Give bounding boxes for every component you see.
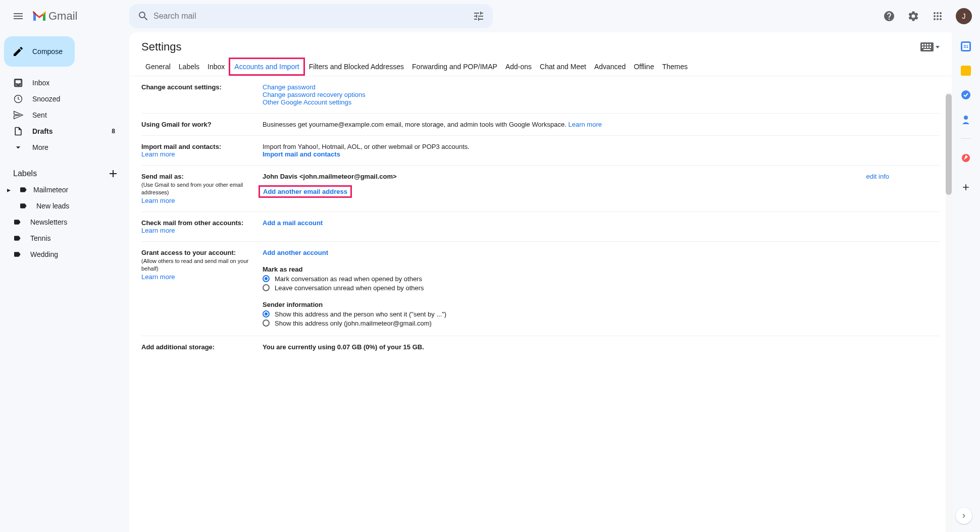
- radio-leave-unread[interactable]: Leave conversation unread when opened by…: [263, 284, 940, 292]
- main-menu-button[interactable]: [6, 4, 30, 28]
- collapse-side-panel-button[interactable]: [956, 508, 972, 524]
- add-addon-button[interactable]: [956, 177, 976, 197]
- sidebar-item-snoozed[interactable]: Snoozed: [0, 91, 129, 107]
- svg-rect-10: [923, 49, 931, 50]
- settings-content: Change account settings: Change password…: [129, 76, 952, 532]
- scrollbar-thumb[interactable]: [946, 94, 952, 195]
- svg-rect-7: [924, 46, 926, 48]
- tab-advanced[interactable]: Advanced: [590, 58, 630, 76]
- support-button[interactable]: [879, 6, 899, 26]
- search-input[interactable]: [153, 12, 469, 21]
- send-icon: [13, 110, 23, 120]
- nav-label: Drafts: [32, 127, 53, 135]
- svg-rect-2: [922, 44, 923, 45]
- link-edit-info[interactable]: edit info: [866, 173, 889, 180]
- tab-accounts-import[interactable]: Accounts and Import: [229, 58, 304, 76]
- tab-chat-meet[interactable]: Chat and Meet: [536, 58, 590, 76]
- gear-icon: [907, 10, 919, 22]
- input-tools-dropdown[interactable]: [920, 42, 940, 51]
- compose-label: Compose: [32, 47, 63, 56]
- sidebar-item-drafts[interactable]: Drafts 8: [0, 123, 129, 139]
- sidebar-item-sent[interactable]: Sent: [0, 107, 129, 123]
- tab-general[interactable]: General: [141, 58, 175, 76]
- label-wedding[interactable]: Wedding: [0, 246, 129, 262]
- row-title: Check mail from other accounts:: [141, 219, 257, 227]
- sidebar-item-inbox[interactable]: Inbox: [0, 75, 129, 91]
- radio-mark-read[interactable]: Mark conversation as read when opened by…: [263, 275, 940, 283]
- import-text: Import from Yahoo!, Hotmail, AOL, or oth…: [263, 143, 940, 150]
- label-tennis[interactable]: Tennis: [0, 230, 129, 246]
- settings-button[interactable]: [903, 6, 923, 26]
- link-add-another-account[interactable]: Add another account: [263, 249, 328, 256]
- nav-label: Inbox: [32, 79, 49, 87]
- search-bar[interactable]: [129, 4, 493, 28]
- svg-rect-8: [927, 46, 929, 48]
- row-subtitle: (Allow others to read and send mail on y…: [141, 257, 257, 273]
- link-other-settings[interactable]: Other Google Account settings: [263, 98, 351, 106]
- label-text: Mailmeteor: [33, 186, 68, 194]
- labels-title: Labels: [13, 169, 37, 178]
- row-title: Using Gmail for work?: [141, 121, 212, 128]
- row-subtitle: (Use Gmail to send from your other email…: [141, 181, 257, 197]
- keyboard-icon: [920, 42, 934, 51]
- row-check-mail: Check mail from other accounts: Learn mo…: [141, 212, 940, 242]
- draft-icon: [13, 126, 23, 136]
- label-text: Tennis: [30, 234, 50, 242]
- link-add-email-address[interactable]: Add another email address: [263, 188, 347, 195]
- link-add-mail-account[interactable]: Add a mail account: [263, 219, 323, 227]
- tab-labels[interactable]: Labels: [175, 58, 203, 76]
- contacts-app-icon[interactable]: [961, 114, 971, 124]
- svg-rect-5: [930, 44, 931, 45]
- gmail-logo[interactable]: Gmail: [32, 10, 77, 23]
- tab-inbox[interactable]: Inbox: [203, 58, 229, 76]
- sidebar-item-more[interactable]: More: [0, 139, 129, 155]
- plus-icon: [961, 182, 971, 192]
- tab-themes[interactable]: Themes: [658, 58, 692, 76]
- search-options-button[interactable]: [469, 6, 489, 26]
- svg-rect-4: [927, 44, 929, 45]
- addon-app-icon[interactable]: [961, 153, 971, 163]
- add-label-button[interactable]: [105, 166, 121, 182]
- menu-icon: [12, 10, 24, 22]
- settings-title: Settings: [141, 40, 182, 54]
- label-mailmeteor[interactable]: ▸ Mailmeteor: [0, 182, 129, 198]
- link-change-password[interactable]: Change password: [263, 83, 316, 91]
- label-icon: [13, 250, 21, 258]
- compose-button[interactable]: Compose: [4, 36, 75, 67]
- apps-button[interactable]: [927, 6, 948, 26]
- work-text: Businesses get yourname@example.com emai…: [263, 121, 568, 128]
- tab-offline[interactable]: Offline: [630, 58, 658, 76]
- nav-label: Sent: [32, 111, 47, 119]
- label-newsletters[interactable]: Newsletters: [0, 214, 129, 230]
- tab-filters[interactable]: Filters and Blocked Addresses: [305, 58, 408, 76]
- settings-header: Settings: [129, 32, 952, 58]
- link-learn-more-grant[interactable]: Learn more: [141, 273, 175, 281]
- link-learn-more-import[interactable]: Learn more: [141, 150, 175, 158]
- link-learn-more-work[interactable]: Learn more: [568, 121, 601, 128]
- svg-rect-3: [924, 44, 926, 45]
- nav-label: Snoozed: [32, 95, 60, 103]
- label-new-leads[interactable]: New leads: [0, 198, 129, 214]
- scrollbar[interactable]: [946, 93, 952, 532]
- tab-addons[interactable]: Add-ons: [501, 58, 536, 76]
- tasks-app-icon[interactable]: [961, 90, 971, 100]
- tab-forwarding[interactable]: Forwarding and POP/IMAP: [408, 58, 501, 76]
- radio-show-both[interactable]: Show this address and the person who sen…: [263, 310, 940, 318]
- search-button[interactable]: [133, 6, 153, 26]
- nav-label: More: [32, 143, 48, 151]
- row-title: Add additional storage:: [141, 343, 215, 351]
- chevron-down-icon: [13, 142, 23, 152]
- radio-show-only[interactable]: Show this address only (john.mailmeteor@…: [263, 320, 940, 327]
- link-learn-more-sendas[interactable]: Learn more: [141, 197, 175, 204]
- keep-app-icon[interactable]: [961, 66, 971, 76]
- link-import-mail[interactable]: Import mail and contacts: [263, 150, 340, 158]
- row-change-account: Change account settings: Change password…: [141, 76, 940, 114]
- calendar-app-icon[interactable]: 31: [961, 41, 971, 51]
- account-avatar[interactable]: J: [956, 8, 972, 24]
- link-learn-more-checkmail[interactable]: Learn more: [141, 227, 175, 234]
- radio-icon: [263, 284, 270, 291]
- labels-header: Labels: [0, 166, 129, 182]
- product-name: Gmail: [48, 10, 77, 23]
- label-icon: [19, 186, 27, 194]
- link-change-recovery[interactable]: Change password recovery options: [263, 91, 366, 98]
